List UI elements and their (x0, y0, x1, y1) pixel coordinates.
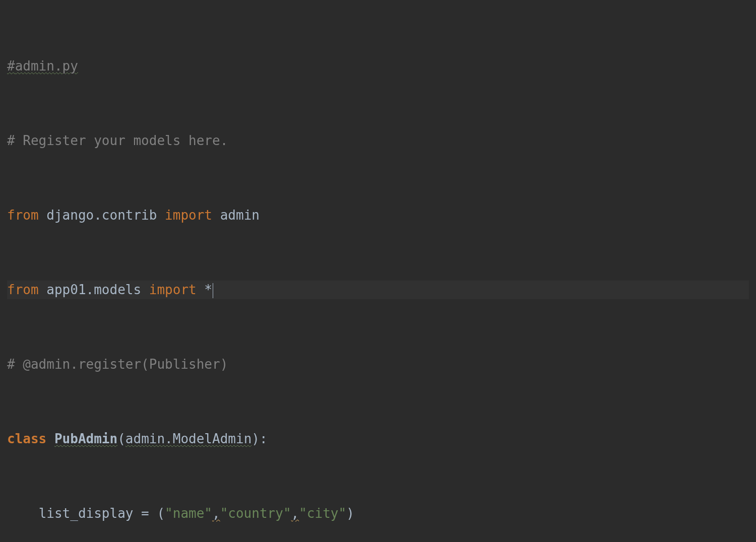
base-class: admin.ModelAdmin (125, 431, 251, 446)
comment-text: admin.py (15, 58, 78, 74)
punc: ): (251, 431, 267, 446)
keyword-class: class (7, 431, 46, 446)
code-line[interactable]: class PubAdmin(admin.ModelAdmin): (7, 430, 749, 448)
class-name: PubAdmin (54, 431, 117, 446)
code-line[interactable]: # @admin.register(Publisher) (7, 355, 749, 374)
code-line-current[interactable]: from app01.models import * (7, 281, 749, 299)
code-line[interactable]: list_display = ("name","country","city") (7, 504, 749, 523)
string: "city" (299, 506, 346, 521)
string: "name" (165, 506, 212, 521)
keyword-import: import (165, 208, 212, 223)
keyword-from: from (7, 282, 39, 297)
punc: ) (346, 506, 354, 521)
module-name: django.contrib (46, 208, 157, 223)
code-line[interactable]: # Register your models here. (7, 131, 749, 150)
comment-hash: # (7, 58, 15, 74)
keyword-import: import (149, 282, 197, 297)
code-line[interactable]: from django.contrib import admin (7, 206, 749, 225)
import-star: * (204, 282, 212, 297)
import-name: admin (220, 208, 260, 223)
comment-text: # @admin.register(Publisher) (7, 357, 228, 372)
keyword-from: from (7, 208, 39, 223)
module-name: app01.models (46, 282, 141, 297)
punc: ( (117, 431, 125, 446)
indent (7, 506, 39, 521)
text-cursor (213, 283, 213, 298)
comma: , (291, 506, 299, 521)
identifier: list_display = ( (39, 506, 165, 521)
string: "country" (220, 506, 291, 521)
comma: , (212, 506, 220, 521)
code-editor[interactable]: #admin.py # Register your models here. f… (0, 0, 756, 542)
comment-text: # Register your models here. (7, 133, 228, 148)
code-line[interactable]: #admin.py (7, 57, 749, 76)
